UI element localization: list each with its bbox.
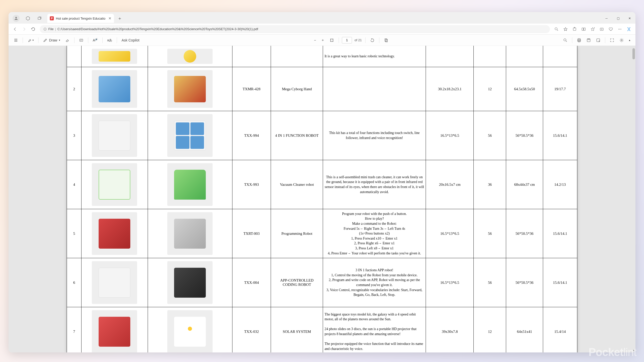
ask-copilot-button[interactable]: Ask Copilot [119,36,141,44]
product-image [167,163,213,206]
copilot-button[interactable] [624,25,633,34]
heart-icon [609,27,613,31]
item-code: TXMR-428 [232,67,271,111]
star-plus-icon [590,27,595,31]
text-box-button[interactable] [77,36,86,44]
save-as-icon [596,38,600,42]
gw-nw: 14.2/13 [543,160,577,209]
profile-button[interactable] [13,15,20,22]
refresh-icon [31,27,35,31]
scrollbar-thumb[interactable] [632,48,635,59]
table-row: 2 TXMR-428 Mega Cyborg Hand 30.2x18.2x23… [67,67,577,111]
product-table: It is a great way to learn basic robotic… [67,46,577,352]
extensions-button[interactable] [570,25,579,34]
find-button[interactable] [561,36,570,44]
settings-button[interactable] [617,36,626,44]
product-description: This is a self-assembled mini trash can … [323,160,426,209]
zoom-in-button[interactable]: ＋ [319,36,327,44]
ellipsis-icon [618,27,622,31]
favorites-bar-button[interactable] [588,25,597,34]
info-icon [43,27,47,31]
pen-icon [43,38,48,42]
box-size: 20x16.5x7 cm [426,160,474,209]
product-name: Programming Robot [271,209,323,258]
item-code: TXX-004 [232,258,271,307]
browser-tab-active[interactable]: P Hot sale product Tengxin Educatio ✕ [47,14,114,23]
gw-nw: 19/17.7 [543,67,577,111]
tab-actions-button[interactable] [35,14,44,23]
arrow-right-icon [22,27,26,31]
nav-back-button[interactable] [11,25,20,34]
split-screen-button[interactable] [579,25,588,34]
svg-rect-23 [588,39,589,40]
tab-title: Hot sale product Tengxin Educatio [56,17,105,20]
browser-essentials-button[interactable] [606,25,615,34]
print-button[interactable] [575,36,583,44]
product-box-image [92,261,137,304]
printer-icon [577,38,581,42]
new-tab-button[interactable]: ＋ [116,15,124,22]
page-view-button[interactable] [382,36,390,44]
watermark: Pocketlint [588,346,636,358]
rotate-button[interactable] [368,36,377,44]
save-as-button[interactable] [594,36,602,44]
watermark-brand2: lint [623,346,636,358]
more-button[interactable] [615,25,624,34]
product-name: 4 IN 1 FUNCTION ROBOT [271,111,323,160]
close-window-button[interactable]: ✕ [624,13,635,23]
site-info-button[interactable] [43,27,47,31]
erase-button[interactable] [63,36,72,44]
ctn-size: 68x44x37 cm [506,160,543,209]
table-row: 5 TXRT-003 Programming Robot Program you… [67,209,577,258]
refresh-button[interactable] [29,25,38,34]
list-icon [14,38,18,42]
row-number: 4 [67,160,82,209]
read-aloud-button[interactable]: A🔊 [91,36,100,44]
product-description: 3 IN 1 fuctions APP robot! 1, Control th… [323,258,426,307]
highlight-button[interactable]: ▾ [25,36,36,44]
pdf-viewport[interactable]: It is a great way to learn basic robotic… [9,46,635,352]
favorite-button[interactable] [561,25,570,34]
zoom-out-button[interactable]: − [312,36,318,44]
zoom-icon [554,27,559,31]
svg-rect-4 [45,29,45,30]
fullscreen-button[interactable] [608,36,616,44]
minimize-button[interactable]: ─ [601,13,612,23]
row-number: 6 [67,258,82,307]
row-number: 7 [67,307,82,353]
qty-per-ctn: 56 [474,111,506,160]
page-number-input[interactable] [342,37,352,43]
svg-rect-16 [385,39,387,41]
product-box-image [92,310,137,352]
tab-close-button[interactable]: ✕ [108,16,111,20]
product-image [167,49,213,64]
url-input[interactable]: File | C:/Users/saeed/Downloads/Hot%20sa… [40,25,550,33]
item-code: TXX-994 [232,111,271,160]
draw-label: Draw [49,38,57,42]
arrow-left-icon [13,27,17,31]
gw-nw: 15.6/14.1 [543,111,577,160]
row-number: 3 [67,111,82,160]
gear-icon [619,38,624,42]
toolbar-chevron-button[interactable]: ▴ [627,36,632,44]
row-number: 5 [67,209,82,258]
save-button[interactable] [584,36,593,44]
translate-button[interactable]: aあ [105,36,114,44]
maximize-button[interactable]: ▢ [612,13,624,23]
table-row: 7 TXX-032 SOLAR SYSTEM The biggest space… [67,307,577,353]
product-image [167,310,213,352]
fullscreen-icon [610,38,614,42]
box-size: 16.5*13*6.5 [426,209,474,258]
row-number: 2 [67,67,82,111]
svg-rect-19 [578,38,580,40]
product-box-image [92,70,137,108]
fit-page-button[interactable] [328,36,336,44]
pdf-toolbar: ▾ Draw ▾ A🔊 aあ Ask Copilot − ＋ of 21 [9,35,635,46]
collections-button[interactable] [597,25,606,34]
svg-point-7 [574,27,575,28]
draw-button[interactable]: Draw ▾ [41,36,62,44]
workspaces-button[interactable] [24,14,32,23]
zoom-button[interactable] [552,25,561,34]
box-size: 16.5*13*6.5 [426,258,474,307]
contents-button[interactable] [12,36,20,44]
